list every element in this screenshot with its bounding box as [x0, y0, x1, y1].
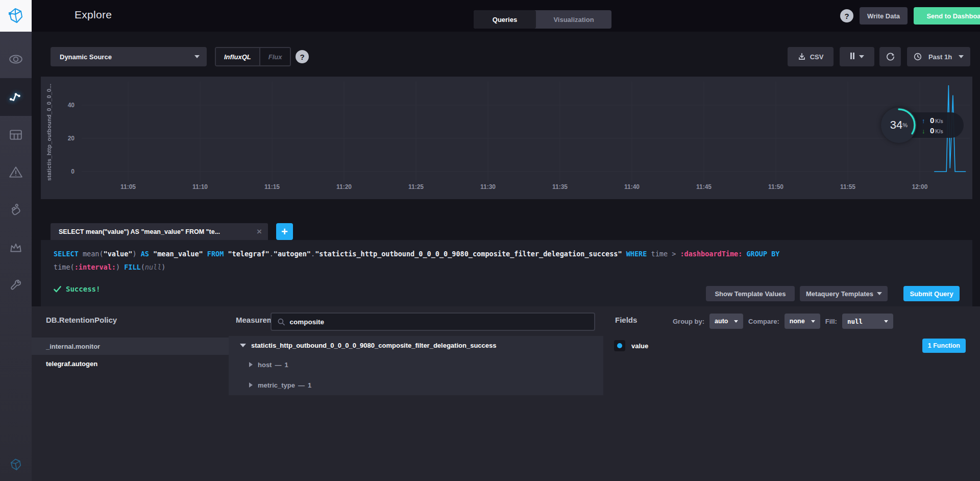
code-token: null	[145, 263, 162, 271]
crown-icon	[9, 241, 23, 255]
net-speed-overlay[interactable]: ↑ 0 K/s ↓ 0 K/s 34 %	[881, 107, 958, 143]
download-csv-button[interactable]: CSV	[788, 47, 834, 66]
query-language-toggle: InfluxQL Flux	[215, 47, 291, 66]
x-tick-label: 11:05	[120, 183, 136, 190]
write-data-button[interactable]: Write Data	[860, 7, 908, 25]
code-token: WHERE	[626, 250, 651, 258]
chevron-down-icon	[194, 55, 200, 58]
measurement-search[interactable]	[271, 312, 595, 331]
sidebar-item-hosts[interactable]	[0, 40, 32, 78]
tag-name: metric_type	[258, 381, 295, 389]
chevron-down-icon	[859, 55, 864, 58]
upload-rate-unit: K/s	[935, 118, 943, 124]
code-token: (	[141, 263, 145, 271]
code-token: "statictis_http_outbound_0_0_0_0_9080_co…	[315, 250, 626, 258]
upload-rate-row: ↑ 0 K/s	[922, 116, 964, 125]
tag-item-metric-type[interactable]: metric_type — 1	[229, 375, 603, 395]
download-icon	[798, 53, 806, 61]
code-token: :interval:	[75, 263, 116, 271]
code-token: FROM	[207, 250, 228, 258]
function-badge[interactable]: 1 Function	[922, 339, 966, 353]
code-token: )	[132, 250, 140, 258]
cube-logo-icon	[7, 7, 24, 25]
alert-triangle-icon	[9, 165, 23, 180]
line-chart-panel[interactable]: statictis_http_outbound_0_0_0_0... 11:05…	[41, 77, 972, 199]
search-input[interactable]	[289, 318, 588, 326]
pause-dropdown-button[interactable]	[840, 47, 874, 66]
caret-right-icon	[249, 362, 253, 367]
tag-name: host	[258, 361, 272, 369]
fill-dropdown[interactable]: null	[842, 314, 893, 329]
x-tick-label: 11:50	[768, 183, 783, 190]
download-rate-row: ↓ 0 K/s	[922, 126, 964, 135]
check-icon	[54, 286, 61, 293]
query-status-text: Success!	[66, 285, 100, 293]
lang-flux[interactable]: Flux	[260, 48, 290, 65]
refresh-button[interactable]	[879, 47, 901, 66]
x-tick-label: 11:25	[408, 183, 424, 190]
nav-help-icon[interactable]: ?	[840, 9, 853, 22]
compare-dropdown[interactable]: none	[785, 314, 820, 329]
query-code-line: time(:interval:) FILL(null)	[54, 260, 960, 274]
add-query-button[interactable]: +	[276, 223, 293, 240]
code-token: "telegraf"	[228, 250, 269, 258]
sidebar-item-configuration[interactable]	[0, 267, 32, 305]
send-to-dashboard-button[interactable]: Send to Dashboard	[914, 7, 980, 25]
search-icon	[278, 318, 285, 326]
lang-influxql[interactable]: InfluxQL	[216, 48, 260, 65]
chevron-down-icon	[959, 55, 964, 58]
code-token: "autogen"	[274, 250, 311, 258]
x-tick-label: 11:20	[336, 183, 352, 190]
tab-visualization[interactable]: Visualization	[536, 10, 611, 29]
download-rate-value: 0	[930, 126, 934, 135]
sidebar-item-alerts[interactable]	[0, 154, 32, 191]
tag-item-host[interactable]: host — 1	[229, 354, 603, 375]
chevron-down-icon	[734, 320, 738, 323]
eye-icon	[9, 52, 23, 66]
time-range-dropdown[interactable]: Past 1h	[907, 47, 970, 66]
show-template-values-button[interactable]: Show Template Values	[706, 286, 795, 301]
query-code-panel[interactable]: SELECT mean("value") AS "mean_value" FRO…	[41, 240, 972, 306]
field-checkbox[interactable]	[614, 340, 625, 351]
x-tick-label: 11:35	[552, 183, 568, 190]
measurement-group: statictis_http_outbound_0_0_0_0_9080_com…	[229, 336, 603, 395]
sidebar-item-admin[interactable]	[0, 229, 32, 267]
db-item[interactable]: _internal.monitor	[32, 338, 229, 355]
chevron-down-icon	[884, 320, 888, 323]
x-tick-label: 11:10	[192, 183, 208, 190]
pause-icon	[850, 53, 855, 61]
query-code-line: SELECT mean("value") AS "mean_value" FRO…	[54, 247, 960, 260]
code-token: SELECT	[54, 250, 83, 258]
tab-queries[interactable]: Queries	[474, 10, 536, 29]
db-item-selected[interactable]: telegraf.autogen	[32, 355, 229, 372]
code-token: AS	[141, 250, 153, 258]
y-tick-label: 0	[71, 168, 75, 175]
code-token: >	[672, 250, 680, 258]
query-tab[interactable]: SELECT mean("value") AS "mean_value" FRO…	[51, 223, 268, 240]
code-token: time(	[54, 263, 75, 271]
submit-query-button[interactable]: Submit Query	[903, 286, 960, 301]
sidebar-item-data-explorer[interactable]	[0, 78, 32, 116]
group-by-label: Group by:	[673, 318, 704, 325]
fill-value: null	[847, 318, 863, 325]
metaquery-templates-dropdown[interactable]: Metaquery Templates	[800, 286, 888, 301]
checkbox-dot-icon	[617, 343, 622, 348]
cpu-gauge: 34 %	[881, 107, 917, 143]
source-dropdown[interactable]: Dynamic Source	[51, 47, 207, 66]
query-tab-label: SELECT mean("value") AS "mean_value" FRO…	[59, 228, 253, 235]
field-item-value[interactable]: value 1 Function	[603, 336, 980, 355]
code-token: "mean_value"	[153, 250, 207, 258]
toolbar-help-icon[interactable]: ?	[296, 50, 309, 63]
x-tick-label: 11:40	[624, 183, 640, 190]
measurement-item[interactable]: statictis_http_outbound_0_0_0_0_9080_com…	[229, 336, 603, 354]
chronograf-logo[interactable]	[0, 0, 32, 32]
close-icon[interactable]: ×	[257, 227, 262, 237]
code-token: )	[116, 263, 124, 271]
group-by-dropdown[interactable]: auto	[709, 314, 743, 329]
sidebar-item-dashboards[interactable]	[0, 116, 32, 154]
clock-icon	[914, 53, 922, 61]
download-rate-unit: K/s	[935, 129, 943, 134]
pulse-graph-icon	[9, 90, 23, 104]
top-navbar: Explore Queries Visualization ? Write Da…	[32, 0, 980, 32]
sidebar-item-kapacitor[interactable]	[0, 191, 32, 229]
